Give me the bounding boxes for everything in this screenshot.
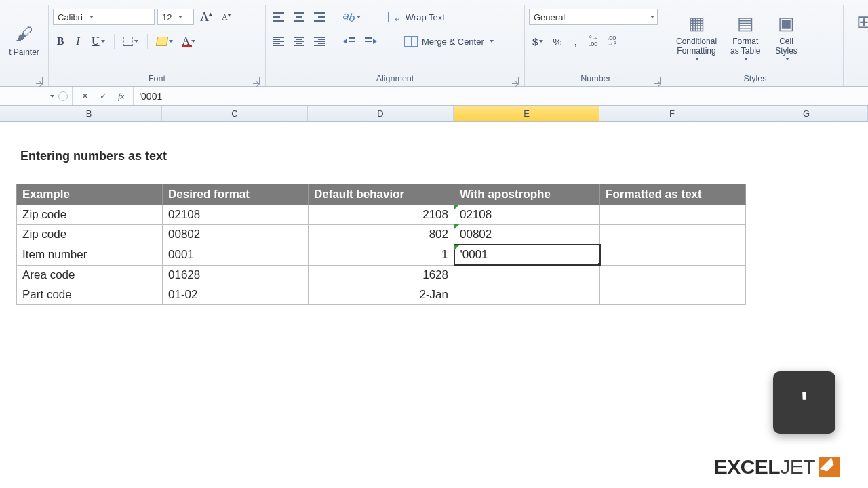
cell[interactable]: 1628	[309, 265, 454, 285]
table-icon: ▤	[733, 12, 757, 36]
increase-decimal-button[interactable]: ⁰→.00	[586, 33, 601, 49]
cell[interactable]: Part code	[17, 285, 163, 304]
table-row: Area code 01628 1628	[17, 265, 746, 285]
orientation-button[interactable]: ab	[340, 9, 364, 25]
italic-button[interactable]: I	[71, 33, 85, 49]
font-size-combo[interactable]: 12	[157, 9, 194, 25]
cell[interactable]	[454, 265, 600, 285]
table-row: Zip code 02108 2108 02108	[17, 205, 746, 225]
wrap-text-button[interactable]: Wrap Text	[384, 9, 466, 25]
insert-function-button[interactable]: fx	[115, 88, 127, 104]
select-all-corner[interactable]	[0, 106, 16, 121]
cell[interactable]: Zip code	[17, 225, 163, 245]
dialog-launcher-icon[interactable]	[253, 77, 260, 84]
merge-center-button[interactable]: Merge & Center	[401, 33, 497, 49]
decrease-indent-icon	[343, 37, 355, 45]
cell[interactable]	[600, 245, 746, 265]
align-right-button[interactable]	[311, 33, 328, 49]
fill-color-button[interactable]	[153, 33, 176, 49]
cell[interactable]: Zip code	[17, 205, 163, 225]
font-color-button[interactable]: A	[179, 33, 199, 49]
conditional-formatting-icon: ▦	[684, 12, 709, 36]
align-bottom-button[interactable]	[311, 9, 328, 25]
formula-input[interactable]: '0001	[134, 91, 868, 102]
cell[interactable]: 00802	[454, 225, 600, 245]
font-name-combo[interactable]: Calibri	[53, 9, 155, 25]
header-desired-format[interactable]: Desired format	[163, 184, 309, 205]
cell-styles-button[interactable]: ▣ Cell Styles	[770, 8, 804, 64]
number-format-combo[interactable]: General	[529, 9, 658, 25]
align-top-button[interactable]	[270, 9, 288, 25]
cell[interactable]: 01628	[163, 265, 309, 285]
fill-bucket-icon	[155, 37, 167, 46]
cell[interactable]: Item number	[17, 245, 163, 265]
dialog-launcher-icon[interactable]	[36, 77, 43, 84]
group-label-clipboard	[4, 82, 44, 86]
cell[interactable]: 2108	[309, 205, 454, 225]
align-left-button[interactable]	[270, 33, 288, 49]
borders-button[interactable]	[120, 33, 142, 49]
insert-button[interactable]: ⊞	[848, 7, 868, 38]
name-box[interactable]	[35, 95, 54, 98]
cell[interactable]: 00802	[163, 225, 309, 245]
cell[interactable]: 02108	[163, 205, 309, 225]
format-as-table-button[interactable]: ▤ Format as Table	[726, 8, 765, 64]
header-with-apostrophe[interactable]: With apostrophe	[454, 184, 600, 205]
column-header-d[interactable]: D	[308, 106, 454, 121]
border-icon	[123, 37, 133, 46]
cell[interactable]: 0001	[163, 245, 309, 265]
header-default-behavior[interactable]: Default behavior	[309, 184, 454, 205]
column-headers: B C D E F G	[0, 106, 868, 122]
increase-indent-button[interactable]	[361, 33, 380, 49]
column-header-c[interactable]: C	[162, 106, 308, 121]
cell[interactable]: 02108	[454, 205, 600, 225]
dialog-launcher-icon[interactable]	[512, 77, 519, 84]
align-center-button[interactable]	[290, 33, 308, 49]
cell[interactable]: 2-Jan	[309, 285, 454, 304]
cell[interactable]	[600, 205, 746, 225]
dialog-launcher-icon[interactable]	[654, 77, 661, 84]
percent-button[interactable]: %	[549, 33, 565, 49]
group-label-number: Number	[529, 73, 663, 86]
cell[interactable]: 802	[309, 225, 454, 245]
cancel-edit-button[interactable]: ✕	[78, 88, 92, 104]
cell[interactable]	[454, 285, 600, 304]
underline-button[interactable]: U	[88, 33, 108, 49]
data-table: Example Desired format Default behavior …	[16, 184, 746, 305]
logo-mark-icon	[819, 457, 840, 477]
format-painter-button[interactable]: 🖌 t Painter	[4, 19, 44, 61]
decrease-decimal-button[interactable]: .00→⁰	[604, 33, 620, 49]
cell[interactable]	[600, 285, 746, 304]
column-header-f[interactable]: F	[599, 106, 745, 121]
table-header-row: Example Desired format Default behavior …	[17, 184, 746, 205]
active-cell[interactable]: '0001	[454, 245, 600, 265]
merge-center-icon	[404, 36, 418, 47]
cell[interactable]	[600, 225, 746, 245]
decrease-decimal-icon: .00→⁰	[608, 35, 616, 47]
comma-button[interactable]: ,	[568, 33, 583, 49]
cell[interactable]: 01-02	[163, 285, 309, 304]
header-formatted-as-text[interactable]: Formatted as text	[600, 184, 746, 205]
worksheet[interactable]: Entering numbers as text Example Desired…	[0, 122, 868, 305]
ribbon-group-number: General $ % , ⁰→.00 .00→⁰ Number	[525, 5, 667, 86]
column-header-e[interactable]: E	[454, 106, 599, 121]
conditional-formatting-button[interactable]: ▦ Conditional Formatting	[671, 8, 722, 64]
table-row: Zip code 00802 802 00802	[17, 225, 746, 245]
align-middle-button[interactable]	[290, 9, 308, 25]
confirm-edit-button[interactable]: ✓	[96, 88, 111, 104]
align-top-icon	[273, 12, 284, 22]
ribbon: 🖌 t Painter Calibri 12 A▴ A▾ B I U A	[0, 0, 868, 87]
ribbon-group-clipboard: 🖌 t Painter	[0, 5, 49, 86]
orientation-icon: ab	[341, 9, 357, 24]
cell[interactable]	[600, 265, 746, 285]
decrease-font-size-button[interactable]: A▾	[218, 9, 234, 25]
currency-button[interactable]: $	[529, 33, 547, 49]
column-header-g[interactable]: G	[745, 106, 868, 121]
header-example[interactable]: Example	[17, 184, 163, 205]
cell[interactable]: 1	[309, 245, 454, 265]
decrease-indent-button[interactable]	[340, 33, 359, 49]
bold-button[interactable]: B	[53, 33, 68, 49]
cell[interactable]: Area code	[17, 265, 163, 285]
column-header-b[interactable]: B	[16, 106, 162, 121]
increase-font-size-button[interactable]: A▴	[197, 9, 216, 25]
